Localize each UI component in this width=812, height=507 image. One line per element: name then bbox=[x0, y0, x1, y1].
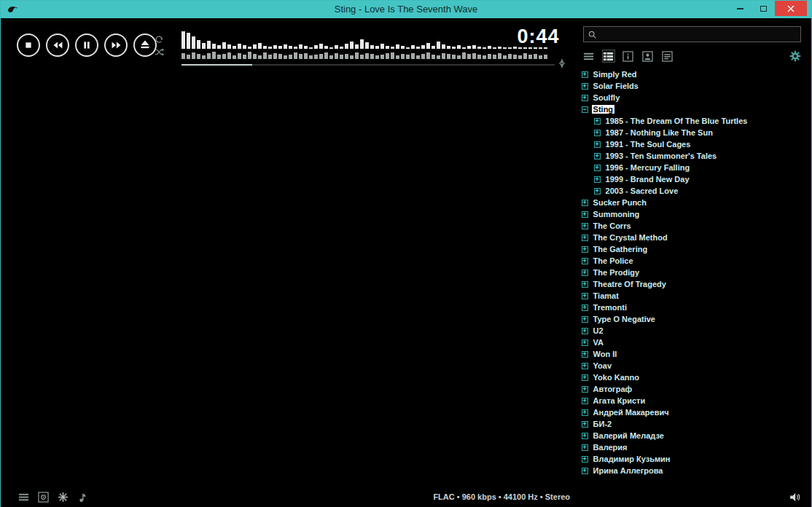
tree-item-album[interactable]: +1996 - Mercury Falling bbox=[582, 162, 811, 173]
tree-item-artist[interactable]: +The Police bbox=[582, 255, 811, 267]
expand-icon[interactable]: + bbox=[582, 339, 588, 346]
tree-item-artist[interactable]: +Tiamat bbox=[582, 290, 811, 302]
tree-item-artist[interactable]: +The Crystal Method bbox=[582, 232, 811, 243]
tree-item-artist[interactable]: +Tremonti bbox=[582, 302, 811, 313]
artist-photo-icon[interactable] bbox=[642, 50, 654, 62]
expand-icon[interactable]: + bbox=[582, 293, 588, 299]
tree-item-artist[interactable]: +БИ-2 bbox=[582, 418, 811, 430]
expand-icon[interactable]: + bbox=[582, 270, 588, 276]
tree-item-artist[interactable]: +Ирина Аллегрова bbox=[582, 465, 811, 476]
expand-icon[interactable]: + bbox=[582, 444, 588, 451]
titlebar[interactable]: Sting - Love Is The Seventh Wave bbox=[1, 1, 811, 18]
spectrum-bar bbox=[278, 54, 282, 59]
expand-icon[interactable]: + bbox=[594, 118, 601, 125]
tree-item-album[interactable]: +1987 - Nothing Like The Sun bbox=[582, 127, 811, 138]
tree-item-artist[interactable]: +Simply Red bbox=[582, 68, 811, 80]
spectrum-bar bbox=[222, 54, 226, 59]
tree-item-artist[interactable]: +VA bbox=[582, 337, 811, 348]
tree-item-album[interactable]: +1999 - Brand New Day bbox=[582, 173, 811, 185]
settings-gear-icon[interactable] bbox=[789, 50, 801, 62]
repeat-icon[interactable] bbox=[154, 34, 165, 45]
expand-icon[interactable]: + bbox=[594, 165, 601, 171]
expand-icon[interactable]: + bbox=[582, 409, 588, 416]
expand-icon[interactable]: + bbox=[594, 130, 601, 136]
tree-item-artist[interactable]: +Won Il bbox=[582, 348, 811, 360]
tree-item-artist[interactable]: +Валерия bbox=[582, 441, 811, 453]
search-input[interactable] bbox=[600, 28, 797, 41]
expand-icon[interactable]: + bbox=[582, 71, 588, 78]
view-list-icon[interactable] bbox=[583, 50, 595, 62]
tree-item-album[interactable]: +2003 - Sacred Love bbox=[582, 185, 811, 197]
visualization-canvas[interactable] bbox=[8, 72, 576, 486]
tree-item-artist[interactable]: +U2 bbox=[582, 325, 811, 337]
close-button[interactable] bbox=[775, 1, 807, 16]
tree-item-artist[interactable]: +Агата Кристи bbox=[582, 395, 811, 406]
expand-icon[interactable]: + bbox=[582, 398, 588, 404]
expand-icon[interactable]: + bbox=[582, 281, 588, 288]
seek-marker-icon[interactable] bbox=[557, 58, 567, 68]
shuffle-icon[interactable] bbox=[154, 47, 165, 58]
tree-item-artist[interactable]: +Yoav bbox=[582, 360, 811, 372]
tree-item-artist[interactable]: +Валерий Меладзе bbox=[582, 430, 811, 441]
tree-item-artist[interactable]: +Автограф bbox=[582, 383, 811, 395]
expand-icon[interactable]: + bbox=[582, 258, 588, 264]
spectrum-bar bbox=[462, 47, 466, 49]
visualization-icon[interactable] bbox=[58, 492, 69, 503]
expand-icon[interactable]: + bbox=[594, 141, 601, 148]
tree-item-artist[interactable]: +Андрей Макаревич bbox=[582, 406, 811, 418]
rewind-button[interactable] bbox=[46, 34, 69, 57]
expand-icon[interactable]: + bbox=[594, 153, 601, 160]
expand-icon[interactable]: + bbox=[582, 433, 588, 439]
expand-icon[interactable]: + bbox=[582, 421, 588, 428]
tree-item-artist[interactable]: +The Prodigy bbox=[582, 267, 811, 278]
cover-art-icon[interactable] bbox=[38, 492, 49, 503]
music-note-icon[interactable] bbox=[77, 492, 88, 503]
tree-item-album[interactable]: +1991 - The Soul Cages bbox=[582, 138, 811, 150]
expand-icon[interactable]: + bbox=[582, 235, 588, 241]
collapse-icon[interactable]: − bbox=[582, 106, 588, 113]
tree-item-artist[interactable]: +The Corrs bbox=[582, 220, 811, 232]
expand-icon[interactable]: + bbox=[582, 304, 588, 311]
expand-icon[interactable]: + bbox=[582, 316, 588, 323]
view-columns-icon[interactable] bbox=[603, 50, 614, 62]
tree-item-artist[interactable]: +Solar Fields bbox=[582, 80, 811, 92]
properties-icon[interactable] bbox=[662, 50, 674, 62]
expand-icon[interactable]: + bbox=[582, 468, 588, 474]
expand-icon[interactable]: + bbox=[582, 246, 588, 253]
expand-icon[interactable]: + bbox=[582, 351, 588, 358]
expand-icon[interactable]: + bbox=[582, 211, 588, 218]
playlist-icon[interactable] bbox=[18, 492, 29, 503]
expand-icon[interactable]: + bbox=[582, 223, 588, 229]
pause-button[interactable] bbox=[75, 34, 98, 57]
expand-icon[interactable]: + bbox=[594, 176, 601, 183]
tree-item-album[interactable]: +1985 - The Dream Of The Blue Turtles bbox=[582, 115, 811, 127]
tree-item-artist[interactable]: +Summoning bbox=[582, 208, 811, 220]
tree-item-album[interactable]: +1993 - Ten Summoner's Tales bbox=[582, 150, 811, 162]
tree-item-artist[interactable]: +Soulfly bbox=[582, 92, 811, 103]
search-box[interactable] bbox=[583, 26, 801, 42]
tree-item-artist[interactable]: +Sucker Punch bbox=[582, 197, 811, 208]
expand-icon[interactable]: + bbox=[594, 188, 601, 194]
tree-item-artist[interactable]: +Theatre Of Tragedy bbox=[582, 278, 811, 290]
tree-item-artist[interactable]: +Владимир Кузьмин bbox=[582, 453, 811, 465]
expand-icon[interactable]: + bbox=[582, 328, 588, 334]
expand-icon[interactable]: + bbox=[582, 374, 588, 381]
expand-icon[interactable]: + bbox=[582, 95, 588, 101]
minimize-button[interactable] bbox=[728, 1, 752, 16]
tree-item-artist[interactable]: +The Gathering bbox=[582, 243, 811, 255]
tree-item-label: The Corrs bbox=[592, 221, 633, 230]
expand-icon[interactable]: + bbox=[582, 200, 588, 206]
fast-forward-button[interactable] bbox=[104, 34, 128, 57]
stop-button[interactable] bbox=[17, 34, 40, 57]
expand-icon[interactable]: + bbox=[582, 386, 588, 393]
volume-button[interactable] bbox=[789, 491, 801, 503]
expand-icon[interactable]: + bbox=[582, 363, 588, 369]
tree-item-artist[interactable]: +Type O Negative bbox=[582, 313, 811, 325]
expand-icon[interactable]: + bbox=[582, 456, 588, 463]
expand-icon[interactable]: + bbox=[582, 83, 588, 90]
seek-bar[interactable] bbox=[181, 64, 555, 66]
tree-item-artist[interactable]: +Yoko Kanno bbox=[582, 372, 811, 383]
info-icon[interactable] bbox=[622, 50, 634, 62]
maximize-button[interactable] bbox=[752, 1, 775, 16]
tree-item-artist[interactable]: −Sting bbox=[582, 103, 811, 115]
